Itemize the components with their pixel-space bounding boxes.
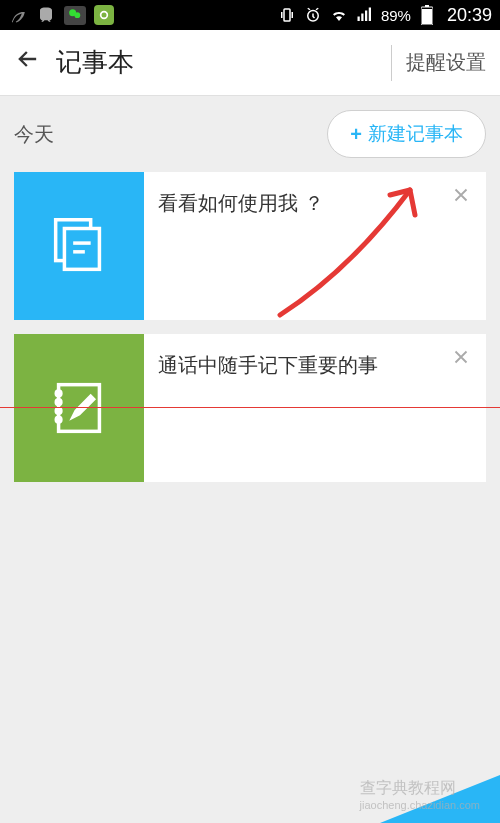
- safe360-icon: [94, 5, 114, 25]
- svg-point-22: [56, 417, 61, 422]
- section-today-label: 今天: [14, 121, 327, 148]
- close-icon[interactable]: [450, 346, 472, 374]
- svg-rect-15: [64, 229, 99, 270]
- note-card[interactable]: 通话中随手记下重要的事: [14, 334, 486, 482]
- svg-rect-9: [365, 11, 367, 22]
- section-header-row: 今天 + 新建记事本: [14, 110, 486, 158]
- divider: [391, 45, 392, 81]
- alarm-icon: [303, 5, 323, 25]
- document-icon: [14, 172, 144, 320]
- watermark: 查字典教程网 jiaocheng.chazidian.com: [300, 763, 500, 823]
- wifi-icon: [329, 5, 349, 25]
- wechat-icon: [64, 6, 86, 25]
- status-right-icons: 89% 20:39: [277, 5, 492, 26]
- svg-rect-10: [369, 8, 371, 22]
- notepad-edit-icon: [14, 334, 144, 482]
- svg-rect-12: [425, 5, 429, 7]
- plus-icon: +: [350, 123, 362, 146]
- svg-point-4: [102, 13, 107, 18]
- svg-rect-7: [357, 17, 359, 22]
- battery-icon: [417, 5, 437, 25]
- watermark-text: 查字典教程网 jiaocheng.chazidian.com: [360, 778, 480, 811]
- card-title: 看看如何使用我 ？: [158, 190, 472, 217]
- content-area: 今天 + 新建记事本 看看如何使用我 ？: [0, 96, 500, 510]
- svg-point-21: [56, 409, 61, 414]
- svg-point-20: [56, 400, 61, 405]
- svg-point-19: [56, 391, 61, 396]
- new-note-button-label: 新建记事本: [368, 121, 463, 147]
- status-left-icons: [8, 5, 277, 25]
- vibrate-icon: [277, 5, 297, 25]
- reminder-settings-link[interactable]: 提醒设置: [406, 49, 486, 76]
- note-card[interactable]: 看看如何使用我 ？: [14, 172, 486, 320]
- svg-point-1: [74, 12, 80, 18]
- svg-rect-5: [284, 9, 290, 21]
- card-content: 通话中随手记下重要的事: [144, 334, 486, 482]
- card-content: 看看如何使用我 ？: [144, 172, 486, 320]
- train-icon: [36, 5, 56, 25]
- status-bar: 89% 20:39: [0, 0, 500, 30]
- back-arrow-icon[interactable]: [14, 45, 42, 80]
- close-icon[interactable]: [450, 184, 472, 212]
- leaf-icon: [8, 5, 28, 25]
- svg-rect-8: [361, 14, 363, 22]
- card-title: 通话中随手记下重要的事: [158, 352, 472, 379]
- signal-icon: [355, 5, 375, 25]
- status-time: 20:39: [447, 5, 492, 26]
- battery-percent: 89%: [381, 7, 411, 24]
- svg-rect-13: [422, 9, 432, 24]
- page-title: 记事本: [56, 45, 391, 80]
- new-note-button[interactable]: + 新建记事本: [327, 110, 486, 158]
- app-header: 记事本 提醒设置: [0, 30, 500, 96]
